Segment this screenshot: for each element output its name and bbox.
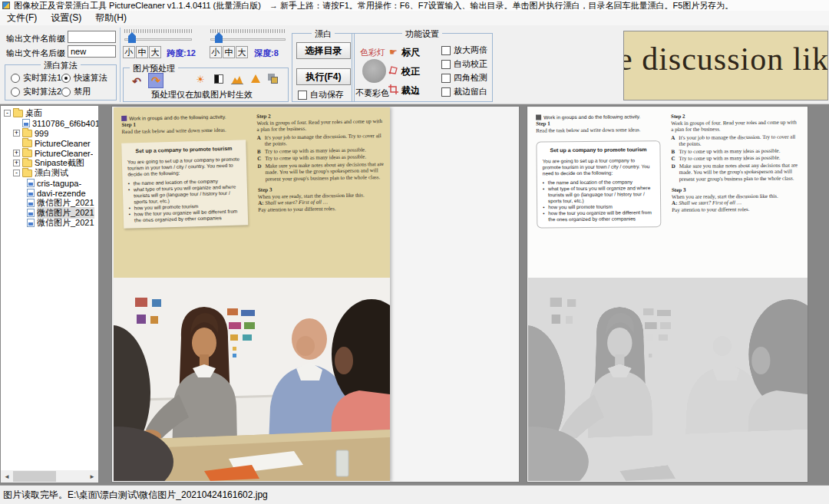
role-text: Make sure you make notes about any decis… — [265, 160, 385, 182]
tree-item-image[interactable]: 3110786_6f6b401 — [1, 118, 98, 128]
image-file-icon — [27, 189, 35, 197]
role-text: It's your job to manage the discussion. … — [679, 133, 798, 147]
tree-item-bleach-test[interactable]: - 漂白测试 — [1, 168, 98, 178]
folder-icon — [22, 150, 32, 157]
color-light-sphere[interactable] — [362, 59, 386, 83]
undo-icon[interactable]: ↶ — [130, 74, 144, 88]
algorithm-groupbox: 漂白算法 实时算法1 快速算法 实时算法2 禁用 — [5, 64, 117, 100]
checkbox-label: 放大两倍 — [454, 44, 487, 56]
radio-realtime1[interactable]: 实时算法1 — [11, 72, 61, 84]
magnifier-preview: e discussion like this. — [623, 31, 828, 100]
scrollbar-thumb[interactable] — [13, 471, 56, 482]
suffix-label: 输出文件名后缀 — [6, 48, 65, 59]
folder-tree-panel[interactable]: - 桌面 3110786_6f6b401 + 999 Pic — [1, 106, 98, 483]
crop-margin-checkbox[interactable]: 裁边留白 — [441, 86, 487, 97]
collapse-toggle-icon[interactable]: - — [13, 170, 20, 176]
step1-text: Read the task below and write down some … — [536, 127, 660, 134]
tree-item-label[interactable]: davi-rezende — [37, 189, 86, 198]
tree-horizontal-scrollbar[interactable]: ◄ ► — [1, 470, 98, 483]
function-settings-groupbox: 功能设置 色彩灯 不要彩色 ☛ 标尺 校正 裁边 放大两倍 自动校正 — [352, 33, 493, 102]
radio-realtime2[interactable]: 实时算法2 — [11, 86, 61, 97]
expand-toggle-icon[interactable]: + — [13, 150, 20, 156]
step1-text: Read the task below and write down some … — [121, 127, 246, 135]
crop-icon[interactable] — [388, 84, 398, 94]
autosave-checkbox[interactable]: 自动保存 — [298, 89, 344, 100]
tree-item-label[interactable]: 999 — [35, 129, 48, 138]
zoom-2x-checkbox[interactable]: 放大两倍 — [441, 44, 487, 56]
ruler-icon[interactable]: ☛ — [389, 47, 398, 58]
levels-icon[interactable] — [251, 74, 260, 83]
expand-toggle-icon[interactable]: + — [13, 130, 20, 137]
brightness-icon[interactable]: ☀ — [194, 73, 206, 85]
main-area: - 桌面 3110786_6f6b401 + 999 Pic — [0, 104, 829, 485]
original-scan-page[interactable]: Work in groups and do the following acti… — [114, 107, 390, 482]
step3-a-label: A: — [672, 200, 677, 206]
execute-button[interactable]: 执行(F4) — [296, 68, 351, 85]
prefix-label: 输出文件名前缀 — [6, 33, 65, 44]
depth-large-button[interactable]: 大 — [236, 46, 248, 58]
tree-item-label[interactable]: PictureCleaner — [35, 139, 91, 148]
preprocess-groupbox: 图片预处理 ↶ ↷ ☀ 预处理仅在加载图片时生效 — [123, 68, 289, 102]
tree-item-label[interactable]: 3110786_6f6b401 — [32, 119, 98, 128]
activity-text: Work in groups and do the following acti… — [129, 114, 226, 121]
task-box-intro: You are going to set up a tour company t… — [543, 157, 655, 176]
tree-item-label[interactable]: PictureCleaner- — [35, 149, 93, 158]
no-color-label: 不要彩色 — [355, 87, 389, 99]
radio-disable[interactable]: 禁用 — [61, 86, 91, 97]
task-box-intro: You are going to set up a tour company t… — [127, 156, 242, 177]
menu-help[interactable]: 帮助(H) — [88, 11, 134, 25]
blocks-glyph — [268, 74, 278, 84]
status-bar: 图片读取完毕。E:\桌面\漂白测试\微信图片_20210424161602.jp… — [0, 485, 829, 504]
menu-file[interactable]: 文件(F) — [0, 11, 44, 25]
contrast-icon[interactable] — [214, 74, 223, 84]
tree-item-label[interactable]: 漂白测试 — [35, 167, 68, 179]
menu-settings[interactable]: 设置(S) — [44, 11, 88, 25]
step3-a-text: Shall we start? First of all … — [265, 199, 328, 206]
ruler-label[interactable]: 标尺 — [401, 46, 420, 59]
redo-icon[interactable]: ↷ — [148, 73, 163, 88]
correct-label[interactable]: 校正 — [401, 65, 420, 78]
span-mid-button[interactable]: 中 — [136, 46, 148, 58]
menu-bar: 文件(F) 设置(S) 帮助(H) — [0, 11, 829, 25]
auto-correct-checkbox[interactable]: 自动校正 — [441, 58, 487, 70]
radio-label: 禁用 — [74, 86, 91, 97]
correct-icon[interactable] — [388, 65, 398, 75]
whitened-scan-page[interactable]: Work in groups and do the following acti… — [528, 107, 808, 482]
tree-item-label[interactable]: 微信图片_2021 — [37, 217, 94, 229]
depth-mid-button[interactable]: 中 — [223, 46, 235, 58]
original-image-panel[interactable]: Work in groups and do the following acti… — [111, 106, 520, 483]
step2-text: Work in groups of four. Read your roles … — [256, 117, 384, 133]
tree-item-image[interactable]: 微信图片_2021 — [1, 218, 98, 228]
depth-slider-thumb[interactable] — [215, 32, 223, 43]
scroll-left-arrow[interactable]: ◄ — [1, 470, 13, 483]
tree-item-label[interactable]: 桌面 — [25, 107, 42, 119]
prefix-input[interactable] — [68, 31, 116, 43]
tree-item-desktop[interactable]: - 桌面 — [1, 108, 98, 118]
histogram-icon[interactable] — [231, 74, 243, 84]
color-light-label[interactable]: 色彩灯 — [360, 47, 385, 58]
collapse-toggle-icon[interactable]: - — [4, 110, 11, 117]
span-slider-thumb[interactable] — [128, 32, 136, 43]
whitened-image-panel[interactable]: Work in groups and do the following acti… — [527, 106, 808, 483]
expand-toggle-icon[interactable]: + — [13, 160, 20, 166]
radio-fast[interactable]: 快速算法 — [61, 72, 107, 84]
crop-label[interactable]: 裁边 — [401, 84, 420, 97]
scroll-right-arrow[interactable]: ► — [86, 470, 98, 483]
tree-item-picturecleaner[interactable]: PictureCleaner — [1, 138, 98, 148]
span-slider-ticks — [124, 29, 192, 33]
palette-icon[interactable] — [268, 74, 278, 84]
select-directory-button[interactable]: 选择目录 — [296, 42, 351, 59]
radio-circle-icon — [11, 87, 20, 97]
span-large-button[interactable]: 大 — [149, 46, 161, 58]
corner-detect-checkbox[interactable]: 四角检测 — [441, 72, 487, 84]
task-bullet: how the tour you organize will be differ… — [129, 208, 243, 223]
tree-item-folder-999[interactable]: + 999 — [1, 128, 98, 138]
role-text: It's your job to manage the discussion. … — [265, 132, 385, 147]
depth-small-button[interactable]: 小 — [210, 46, 222, 58]
span-small-button[interactable]: 小 — [123, 46, 135, 58]
meeting-photo-sketch — [528, 278, 808, 481]
suffix-input[interactable] — [68, 45, 116, 58]
tree-item-image[interactable]: cris-tagupa- — [1, 178, 98, 188]
tree-item-label[interactable]: cris-tagupa- — [37, 179, 81, 188]
title-bar: 图像校正及背景漂白工具 PictureCleaner v1.1.4.0411 (… — [0, 0, 829, 11]
